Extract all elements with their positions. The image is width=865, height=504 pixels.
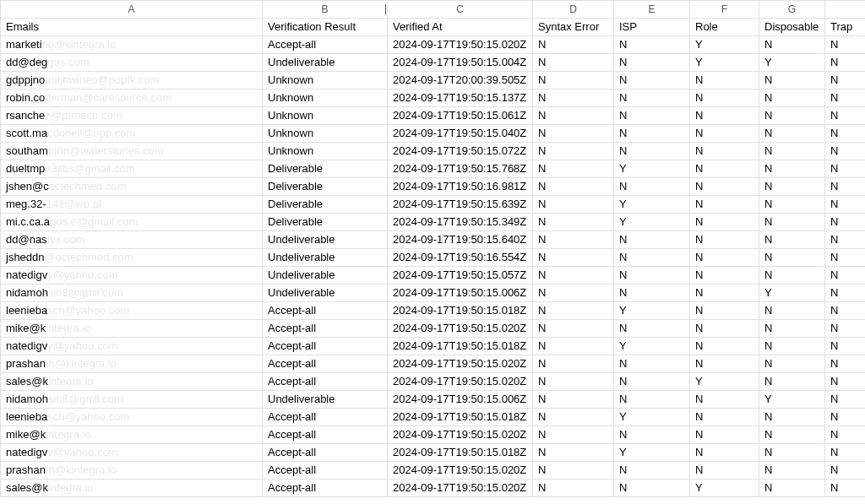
cell-verified-at[interactable]: 2024-09-17T19:50:15.137Z	[388, 89, 533, 107]
cell-isp[interactable]: N	[614, 107, 690, 125]
cell-disposable[interactable]: N	[759, 444, 825, 462]
cell-verification-result[interactable]: Deliverable	[263, 196, 388, 214]
cell-disposable[interactable]: N	[759, 426, 825, 444]
cell-trap[interactable]: N	[825, 302, 866, 320]
cell-trap[interactable]: N	[825, 285, 866, 302]
col-header-b[interactable]: B	[263, 1, 388, 19]
header-disposable[interactable]: Disposable	[759, 19, 825, 36]
table-row[interactable]: meg.32-141@wp.plDeliverable2024-09-17T19…	[1, 196, 866, 214]
cell-isp[interactable]: Y	[614, 196, 690, 214]
table-row[interactable]: sales@kintegra.ioAccept-all2024-09-17T19…	[1, 373, 866, 391]
cell-isp[interactable]: N	[614, 285, 690, 302]
header-emails[interactable]: Emails	[1, 19, 263, 36]
cell-verification-result[interactable]: Accept-all	[263, 444, 388, 462]
cell-isp[interactable]: N	[614, 36, 690, 54]
column-header-row[interactable]: A B C D E F G	[1, 1, 866, 19]
cell-verified-at[interactable]: 2024-09-17T19:50:15.057Z	[388, 267, 533, 285]
cell-verification-result[interactable]: Accept-all	[263, 355, 388, 373]
cell-role[interactable]: N	[690, 160, 759, 178]
cell-verified-at[interactable]: 2024-09-17T20:00:39.505Z	[388, 72, 533, 89]
cell-verification-result[interactable]: Accept-all	[263, 373, 388, 391]
cell-syntax-error[interactable]: N	[533, 409, 614, 426]
table-row[interactable]: dd@nastyx.comUndeliverable2024-09-17T19:…	[1, 231, 866, 249]
cell-role[interactable]: N	[690, 409, 759, 426]
cell-trap[interactable]: N	[825, 249, 866, 267]
cell-isp[interactable]: N	[614, 480, 690, 497]
cell-email[interactable]: southampton@waterstones.com	[1, 143, 263, 160]
cell-syntax-error[interactable]: N	[533, 267, 614, 285]
cell-role[interactable]: Y	[690, 373, 759, 391]
cell-verified-at[interactable]: 2024-09-17T19:50:15.072Z	[388, 143, 533, 160]
cell-syntax-error[interactable]: N	[533, 178, 614, 196]
cell-verification-result[interactable]: Undeliverable	[263, 249, 388, 267]
cell-email[interactable]: marketing@kintegra.io	[1, 36, 263, 54]
cell-verified-at[interactable]: 2024-09-17T19:50:15.018Z	[388, 302, 533, 320]
table-row[interactable]: natedigvy@yahoo.comAccept-all2024-09-17T…	[1, 338, 866, 355]
cell-isp[interactable]: N	[614, 391, 690, 409]
cell-verified-at[interactable]: 2024-09-17T19:50:15.018Z	[388, 409, 533, 426]
cell-email[interactable]: gdppjnoautjhwineo@popfk.com	[1, 72, 263, 89]
cell-email[interactable]: mike@kintegra.io	[1, 320, 263, 338]
cell-isp[interactable]: N	[614, 320, 690, 338]
cell-disposable[interactable]: N	[759, 72, 825, 89]
cell-syntax-error[interactable]: N	[533, 231, 614, 249]
cell-role[interactable]: N	[690, 426, 759, 444]
cell-trap[interactable]: N	[825, 409, 866, 426]
cell-verification-result[interactable]: Undeliverable	[263, 231, 388, 249]
cell-email[interactable]: leeniebasch@yahoo.com	[1, 409, 263, 426]
col-header-a[interactable]: A	[1, 1, 263, 19]
cell-disposable[interactable]: N	[759, 302, 825, 320]
spreadsheet-grid[interactable]: A B C D E F G Emails Verification Result…	[0, 0, 865, 497]
cell-verification-result[interactable]: Accept-all	[263, 36, 388, 54]
cell-email[interactable]: prashanth@kintegra.io	[1, 462, 263, 480]
cell-isp[interactable]: N	[614, 231, 690, 249]
cell-trap[interactable]: N	[825, 89, 866, 107]
cell-role[interactable]: N	[690, 444, 759, 462]
cell-verification-result[interactable]: Accept-all	[263, 426, 388, 444]
table-row[interactable]: prashanth@kintegra.ioAccept-all2024-09-1…	[1, 355, 866, 373]
cell-verification-result[interactable]: Undeliverable	[263, 54, 388, 72]
cell-role[interactable]: N	[690, 338, 759, 355]
cell-role[interactable]: N	[690, 125, 759, 143]
cell-email[interactable]: dd@nastyx.com	[1, 231, 263, 249]
cell-syntax-error[interactable]: N	[533, 302, 614, 320]
cell-syntax-error[interactable]: N	[533, 196, 614, 214]
header-isp[interactable]: ISP	[614, 19, 690, 36]
cell-isp[interactable]: N	[614, 89, 690, 107]
cell-disposable[interactable]: N	[759, 196, 825, 214]
table-row[interactable]: natedigvy@yahoo.comAccept-all2024-09-17T…	[1, 444, 866, 462]
cell-verified-at[interactable]: 2024-09-17T19:50:15.018Z	[388, 338, 533, 355]
cell-isp[interactable]: N	[614, 178, 690, 196]
cell-email[interactable]: sales@kintegra.io	[1, 480, 263, 497]
cell-email[interactable]: jsheddn@octechmed.com	[1, 249, 263, 267]
cell-isp[interactable]: Y	[614, 338, 690, 355]
cell-trap[interactable]: N	[825, 462, 866, 480]
cell-role[interactable]: N	[690, 285, 759, 302]
cell-role[interactable]: N	[690, 196, 759, 214]
col-header-f[interactable]: F	[690, 1, 759, 19]
cell-email[interactable]: dueltmpe3jlbs@gmail.com	[1, 160, 263, 178]
cell-trap[interactable]: N	[825, 36, 866, 54]
cell-disposable[interactable]: N	[759, 107, 825, 125]
cell-verified-at[interactable]: 2024-09-17T19:50:15.018Z	[388, 444, 533, 462]
cell-syntax-error[interactable]: N	[533, 214, 614, 231]
col-header-e[interactable]: E	[614, 1, 690, 19]
cell-email[interactable]: mi.c.ca.agos.e@gmail.com	[1, 214, 263, 231]
cell-email[interactable]: rsanchez@prmech.com	[1, 107, 263, 125]
cell-role[interactable]: N	[690, 178, 759, 196]
cell-verification-result[interactable]: Undeliverable	[263, 267, 388, 285]
cell-syntax-error[interactable]: N	[533, 285, 614, 302]
cell-verification-result[interactable]: Deliverable	[263, 178, 388, 196]
cell-isp[interactable]: N	[614, 373, 690, 391]
cell-syntax-error[interactable]: N	[533, 355, 614, 373]
col-header-c[interactable]: C	[388, 1, 533, 19]
cell-isp[interactable]: N	[614, 426, 690, 444]
cell-disposable[interactable]: N	[759, 36, 825, 54]
table-row[interactable]: southampton@waterstones.comUnknown2024-0…	[1, 143, 866, 160]
cell-role[interactable]: Y	[690, 36, 759, 54]
cell-syntax-error[interactable]: N	[533, 36, 614, 54]
cell-isp[interactable]: N	[614, 72, 690, 89]
cell-verified-at[interactable]: 2024-09-17T19:50:15.006Z	[388, 285, 533, 302]
cell-verification-result[interactable]: Accept-all	[263, 409, 388, 426]
cell-disposable[interactable]: N	[759, 231, 825, 249]
